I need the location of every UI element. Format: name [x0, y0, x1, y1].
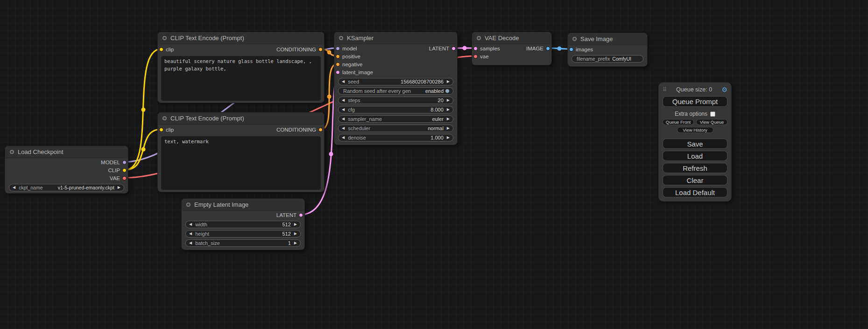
- node-load-checkpoint[interactable]: Load Checkpoint MODEL CLIP VAE ◀ ckpt_na…: [5, 146, 128, 194]
- load-button[interactable]: Load: [663, 151, 727, 161]
- increment-arrow-icon[interactable]: ▶: [294, 223, 297, 226]
- negative-input-slot[interactable]: [336, 62, 340, 66]
- node-save-image[interactable]: Save Image images filename_prefix ComfyU…: [567, 33, 648, 67]
- conditioning-output-slot[interactable]: [318, 128, 323, 132]
- steps-widget[interactable]: ◀ steps 20 ▶: [338, 97, 453, 104]
- increment-arrow-icon[interactable]: ▶: [118, 186, 120, 189]
- queue-front-button[interactable]: Queue Front: [663, 119, 694, 125]
- increment-arrow-icon[interactable]: ▶: [447, 117, 450, 121]
- negative-prompt-textarea[interactable]: text, watermark: [161, 136, 321, 190]
- latent-output-slot[interactable]: [452, 46, 456, 50]
- decrement-arrow-icon[interactable]: ◀: [342, 80, 345, 84]
- images-input-slot[interactable]: [569, 47, 573, 51]
- increment-arrow-icon[interactable]: ▶: [447, 126, 450, 130]
- clear-button[interactable]: Clear: [663, 175, 727, 185]
- scheduler-widget[interactable]: ◀ scheduler normal ▶: [338, 125, 453, 132]
- denoise-widget[interactable]: ◀ denoise 1.000 ▶: [338, 134, 453, 141]
- decrement-arrow-icon[interactable]: ◀: [189, 223, 192, 226]
- node-title-bar[interactable]: Empty Latent Image: [182, 199, 304, 211]
- node-title-bar[interactable]: Load Checkpoint: [5, 146, 128, 158]
- latent-output-slot[interactable]: [299, 213, 303, 217]
- node-title-bar[interactable]: KSampler: [334, 32, 457, 44]
- node-clip-text-encode-positive[interactable]: CLIP Text Encode (Prompt) clip CONDITION…: [157, 32, 325, 103]
- filename-prefix-widget[interactable]: filename_prefix ComfyUI: [572, 55, 643, 63]
- decrement-arrow-icon[interactable]: ◀: [342, 136, 345, 140]
- wire-midpoint-dot[interactable]: [327, 95, 332, 99]
- latent-image-input-slot[interactable]: [336, 70, 340, 74]
- node-vae-decode[interactable]: VAE Decode samples IMAGE vae: [472, 32, 552, 65]
- node-clip-text-encode-negative[interactable]: CLIP Text Encode (Prompt) clip CONDITION…: [157, 112, 325, 192]
- node-title-bar[interactable]: CLIP Text Encode (Prompt): [158, 112, 324, 125]
- widget-label: steps: [348, 98, 360, 103]
- vae-output-slot[interactable]: [122, 176, 127, 180]
- collapse-dot-icon[interactable]: [10, 150, 14, 154]
- wire-midpoint-dot[interactable]: [141, 108, 146, 112]
- load-default-button[interactable]: Load Default: [663, 187, 727, 197]
- decrement-arrow-icon[interactable]: ◀: [189, 241, 192, 245]
- slot-row: LATENT: [182, 211, 304, 219]
- clip-output-slot[interactable]: [122, 168, 127, 172]
- node-title-bar[interactable]: CLIP Text Encode (Prompt): [158, 32, 324, 44]
- cfg-widget[interactable]: ◀ cfg 8.000 ▶: [338, 106, 453, 113]
- wire-clip-positive: [125, 49, 161, 170]
- refresh-button[interactable]: Refresh: [663, 163, 727, 173]
- slot-row: VAE: [5, 174, 128, 182]
- vae-input-slot[interactable]: [473, 54, 478, 58]
- drag-handle-icon[interactable]: ⠿: [663, 86, 667, 93]
- decrement-arrow-icon[interactable]: ◀: [342, 126, 345, 130]
- width-widget[interactable]: ◀ width 512 ▶: [185, 221, 301, 228]
- collapse-dot-icon[interactable]: [477, 36, 481, 40]
- increment-arrow-icon[interactable]: ▶: [447, 98, 450, 102]
- extra-options-label: Extra options: [675, 111, 707, 117]
- conditioning-output-slot[interactable]: [318, 48, 323, 52]
- collapse-dot-icon[interactable]: [339, 36, 343, 40]
- wire-midpoint-dot[interactable]: [329, 152, 333, 156]
- clip-input-slot[interactable]: [159, 48, 163, 52]
- node-title-bar[interactable]: Save Image: [568, 33, 647, 45]
- image-output-slot[interactable]: [546, 46, 550, 50]
- widget-value: normal: [428, 126, 444, 131]
- collapse-dot-icon[interactable]: [572, 37, 577, 41]
- node-ksampler[interactable]: KSampler model LATENT positive negative …: [334, 32, 458, 145]
- collapse-dot-icon[interactable]: [162, 36, 167, 40]
- increment-arrow-icon[interactable]: ▶: [447, 136, 450, 140]
- positive-prompt-textarea[interactable]: beautiful scenery nature glass bottle la…: [161, 56, 321, 101]
- node-empty-latent-image[interactable]: Empty Latent Image LATENT ◀ width 512 ▶ …: [181, 198, 305, 250]
- increment-arrow-icon[interactable]: ▶: [294, 241, 297, 245]
- queue-prompt-button[interactable]: Queue Prompt: [663, 96, 727, 107]
- increment-arrow-icon[interactable]: ▶: [447, 108, 450, 112]
- ckpt-name-widget[interactable]: ◀ ckpt_name v1-5-pruned-emaonly.ckpt ▶: [9, 184, 124, 191]
- extra-options-checkbox[interactable]: [710, 112, 715, 117]
- slot-row: images: [568, 45, 647, 53]
- decrement-arrow-icon[interactable]: ◀: [342, 98, 345, 102]
- height-widget[interactable]: ◀ height 512 ▶: [185, 230, 301, 238]
- decrement-arrow-icon[interactable]: ◀: [342, 108, 345, 112]
- decrement-arrow-icon[interactable]: ◀: [189, 232, 192, 236]
- wire-midpoint-dot[interactable]: [463, 46, 467, 50]
- batch-size-widget[interactable]: ◀ batch_size 1 ▶: [185, 239, 301, 247]
- node-title-bar[interactable]: VAE Decode: [472, 32, 551, 44]
- toggle-dot[interactable]: [445, 89, 450, 93]
- increment-arrow-icon[interactable]: ▶: [294, 232, 297, 236]
- slot-row: negative: [334, 60, 457, 68]
- seed-widget[interactable]: ◀ seed 156680208700286 ▶: [338, 78, 453, 85]
- wire-midpoint-dot[interactable]: [141, 147, 146, 152]
- save-button[interactable]: Save: [663, 139, 727, 149]
- model-input-slot[interactable]: [336, 46, 340, 50]
- collapse-dot-icon[interactable]: [186, 203, 191, 207]
- wire-midpoint-dot[interactable]: [327, 50, 332, 55]
- increment-arrow-icon[interactable]: ▶: [447, 80, 450, 84]
- positive-input-slot[interactable]: [336, 54, 340, 58]
- sampler-name-widget[interactable]: ◀ sampler_name euler ▶: [338, 115, 453, 123]
- clip-input-slot[interactable]: [159, 128, 163, 132]
- collapse-dot-icon[interactable]: [162, 116, 167, 120]
- random-seed-toggle-widget[interactable]: Random seed after every gen enabled: [338, 87, 453, 95]
- settings-gear-icon[interactable]: ⚙: [721, 86, 727, 93]
- samples-input-slot[interactable]: [473, 46, 478, 50]
- decrement-arrow-icon[interactable]: ◀: [342, 117, 345, 121]
- model-output-slot[interactable]: [122, 160, 127, 164]
- wire-midpoint-dot[interactable]: [557, 47, 562, 51]
- decrement-arrow-icon[interactable]: ◀: [13, 186, 15, 189]
- view-queue-button[interactable]: View Queue: [696, 119, 727, 125]
- view-history-button[interactable]: View History: [677, 127, 713, 133]
